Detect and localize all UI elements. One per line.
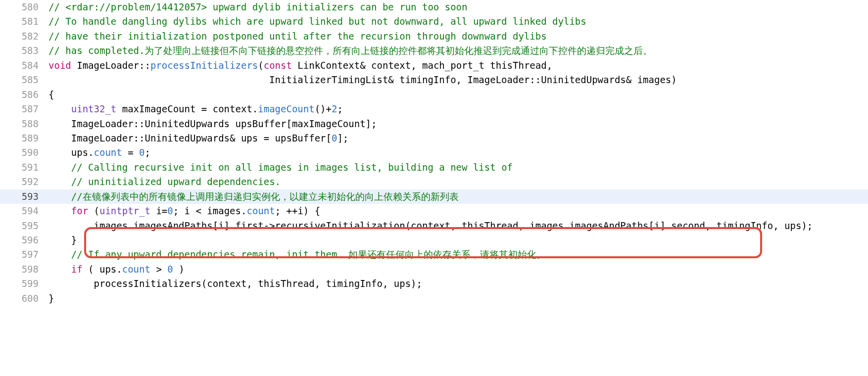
code-line[interactable]: 580// <rdar://problem/14412057> upward d… — [0, 0, 868, 14]
line-number: 591 — [0, 160, 48, 175]
token: processInitializers(context, thisThread,… — [48, 278, 422, 289]
line-number: 587 — [0, 102, 48, 116]
code-content[interactable]: // has completed.为了处理向上链接但不向下链接的悬空控件，所有向… — [48, 44, 868, 58]
token: count — [246, 205, 275, 216]
token: // To handle dangling dylibs which are u… — [48, 16, 586, 27]
line-number: 588 — [0, 117, 48, 131]
token: > — [150, 264, 167, 275]
line-number: 593 — [0, 189, 48, 204]
code-content[interactable]: // have their initialization postponed u… — [48, 29, 868, 44]
code-line[interactable]: 594 for (uintptr_t i=0; i < images.count… — [0, 204, 868, 218]
code-content[interactable]: void ImageLoader::processInitializers(co… — [48, 58, 868, 73]
line-number: 598 — [0, 262, 48, 277]
token: images.imagesAndPaths[i].first->recursiv… — [48, 220, 813, 231]
code-line[interactable]: 593 //在镜像列表中的所有镜像上调用递归递归实例化，以建立未初始化的向上依赖… — [0, 189, 868, 204]
line-number: 594 — [0, 204, 48, 218]
code-content[interactable]: // If any upward dependencies remain, in… — [48, 247, 868, 262]
code-line[interactable]: 588 ImageLoader::UninitedUpwards upsBuff… — [0, 117, 868, 131]
code-content[interactable]: { — [48, 88, 868, 102]
line-number: 581 — [0, 14, 48, 29]
code-line[interactable]: 598 if ( ups.count > 0 ) — [0, 262, 868, 277]
code-line[interactable]: 583// has completed.为了处理向上链接但不向下链接的悬空控件，… — [0, 44, 868, 58]
code-line[interactable]: 581// To handle dangling dylibs which ar… — [0, 14, 868, 29]
code-content[interactable]: // To handle dangling dylibs which are u… — [48, 14, 868, 29]
code-line[interactable]: 585 InitializerTimingList& timingInfo, I… — [0, 73, 868, 87]
code-line[interactable]: 587 uint32_t maxImageCount = context.ima… — [0, 102, 868, 116]
code-line[interactable]: 591 // Calling recursive init on all ima… — [0, 160, 868, 175]
token: maxImageCount = context. — [116, 103, 258, 114]
code-content[interactable]: } — [48, 233, 868, 247]
token: // <rdar://problem/14412057> upward dyli… — [48, 1, 467, 12]
token: { — [48, 89, 54, 100]
code-content[interactable]: ups.count = 0; — [48, 145, 868, 160]
code-content[interactable]: InitializerTimingList& timingInfo, Image… — [48, 73, 868, 87]
code-content[interactable]: // uninitialized upward dependencies. — [48, 175, 868, 189]
token: // have their initialization postponed u… — [48, 31, 547, 42]
token: ups. — [48, 147, 94, 158]
token: ]; — [337, 133, 348, 143]
token: 0 — [332, 133, 337, 143]
token: // has completed.为了处理向上链接但不向下链接的悬空控件，所有向… — [48, 45, 652, 56]
code-line[interactable]: 599 processInitializers(context, thisThr… — [0, 277, 868, 291]
token: // Calling recursive init on all images … — [71, 162, 513, 173]
code-content[interactable]: uint32_t maxImageCount = context.imageCo… — [48, 102, 868, 116]
token: LinkContext& context, mach_port_t thisTh… — [292, 60, 552, 71]
token — [48, 205, 71, 216]
token — [48, 249, 71, 260]
token: // uninitialized upward dependencies. — [71, 176, 281, 187]
code-content[interactable]: } — [48, 291, 868, 306]
code-line[interactable]: 600} — [0, 291, 868, 306]
token — [48, 162, 71, 173]
code-line[interactable]: 592 // uninitialized upward dependencies… — [0, 175, 868, 189]
token: ) — [173, 264, 185, 275]
token: } — [48, 293, 54, 304]
code-line[interactable]: 597 // If any upward dependencies remain… — [0, 247, 868, 262]
code-content[interactable]: for (uintptr_t i=0; i < images.count; ++… — [48, 204, 868, 218]
token: ; — [145, 147, 150, 158]
code-content[interactable]: ImageLoader::UninitedUpwards& ups = upsB… — [48, 131, 868, 145]
token: // If any upward dependencies remain, in… — [71, 249, 546, 260]
token: for — [71, 205, 88, 216]
token: = — [122, 147, 139, 158]
token: uintptr_t — [99, 205, 150, 216]
token: ImageLoader::UninitedUpwards upsBuffer[m… — [48, 118, 377, 129]
code-line[interactable]: 586{ — [0, 88, 868, 102]
token: const — [264, 60, 292, 71]
token: ImageLoader::UninitedUpwards& ups = upsB… — [48, 133, 332, 143]
token — [48, 103, 71, 114]
code-content[interactable]: //在镜像列表中的所有镜像上调用递归递归实例化，以建立未初始化的向上依赖关系的新… — [48, 189, 868, 204]
line-number: 580 — [0, 0, 48, 14]
token: ()+ — [315, 103, 332, 114]
token: imageCount — [258, 103, 314, 114]
token: ( ups. — [83, 264, 122, 275]
code-line[interactable]: 584void ImageLoader::processInitializers… — [0, 58, 868, 73]
code-content[interactable]: // Calling recursive init on all images … — [48, 160, 868, 175]
token: ( — [258, 60, 263, 71]
code-line[interactable]: 596 } — [0, 233, 868, 247]
token: ( — [88, 205, 99, 216]
code-line[interactable]: 595 images.imagesAndPaths[i].first->recu… — [0, 219, 868, 233]
line-number: 599 — [0, 277, 48, 291]
line-number: 585 — [0, 73, 48, 87]
code-editor[interactable]: 580// <rdar://problem/14412057> upward d… — [0, 0, 868, 306]
token: if — [71, 264, 83, 275]
code-line[interactable]: 590 ups.count = 0; — [0, 145, 868, 160]
code-line[interactable]: 589 ImageLoader::UninitedUpwards& ups = … — [0, 131, 868, 145]
token: //在镜像列表中的所有镜像上调用递归递归实例化，以建立未初始化的向上依赖关系的新… — [71, 191, 459, 202]
code-content[interactable]: images.imagesAndPaths[i].first->recursiv… — [48, 219, 868, 233]
line-number: 586 — [0, 88, 48, 102]
token — [48, 191, 71, 202]
code-line[interactable]: 582// have their initialization postpone… — [0, 29, 868, 44]
token — [48, 176, 71, 187]
token: ; ++i) { — [275, 205, 321, 216]
code-content[interactable]: ImageLoader::UninitedUpwards upsBuffer[m… — [48, 117, 868, 131]
line-number: 583 — [0, 44, 48, 58]
code-content[interactable]: if ( ups.count > 0 ) — [48, 262, 868, 277]
code-content[interactable]: processInitializers(context, thisThread,… — [48, 277, 868, 291]
code-content[interactable]: // <rdar://problem/14412057> upward dyli… — [48, 0, 868, 14]
token: ImageLoader:: — [71, 60, 150, 71]
token: count — [94, 147, 122, 158]
token: InitializerTimingList& timingInfo, Image… — [48, 74, 677, 85]
token: 0 — [167, 264, 173, 275]
token: 2 — [332, 103, 337, 114]
